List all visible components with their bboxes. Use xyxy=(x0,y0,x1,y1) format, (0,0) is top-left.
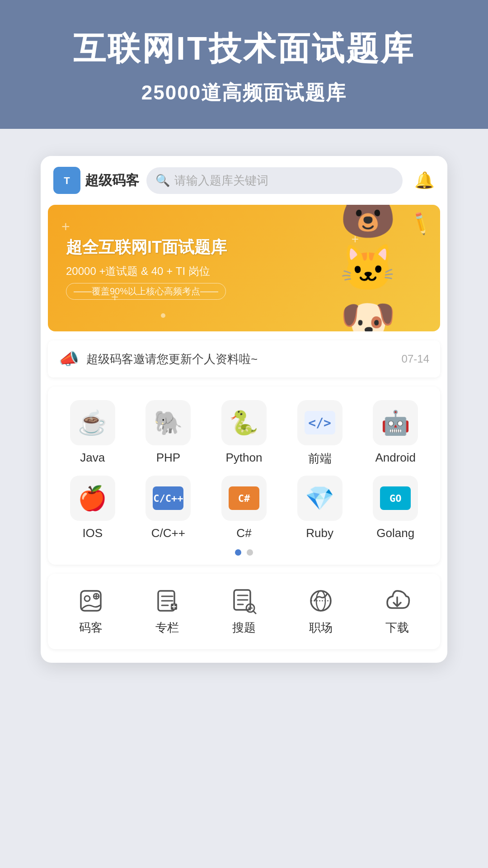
android-icon-box: 🤖 xyxy=(373,400,418,445)
golang-icon: GO xyxy=(380,486,411,510)
menu-zhichang[interactable]: 职场 xyxy=(307,587,334,636)
golang-label: Golang xyxy=(376,526,414,540)
notification-date: 07-14 xyxy=(402,353,429,365)
ios-label: IOS xyxy=(82,526,103,540)
xiazai-label: 下载 xyxy=(385,620,409,636)
menu-souti[interactable]: 搜题 xyxy=(230,587,258,636)
muke-label: 码客 xyxy=(79,620,103,636)
java-icon-box: ☕ xyxy=(70,400,115,445)
zhichang-label: 职场 xyxy=(309,620,333,636)
svg-line-17 xyxy=(253,611,256,613)
category-ruby[interactable]: 💎 Ruby xyxy=(284,476,356,540)
dot-1[interactable] xyxy=(235,549,241,556)
souti-icon xyxy=(230,587,258,614)
java-label: Java xyxy=(80,451,105,465)
category-grid-row1: ☕ Java 🐘 PHP 🐍 Python </> xyxy=(57,400,431,467)
zhuanlan-icon xyxy=(154,587,181,614)
golang-icon-box: GO xyxy=(373,476,418,521)
banner-content: 超全互联网IT面试题库 20000 +道试题 & 40 + TI 岗位 ——覆盖… xyxy=(66,236,314,300)
pagination-dots xyxy=(57,549,431,556)
cpp-icon: C/C++ xyxy=(153,486,183,510)
notification-text: 超级码客邀请您更新个人资料啦~ xyxy=(86,351,394,367)
top-bar: T 超级码客 🔍 请输入题库关键词 🔔 xyxy=(41,156,447,205)
zhichang-icon xyxy=(307,587,334,614)
bottom-menu: 码客 专栏 xyxy=(48,574,440,649)
frontend-icon-box: </> xyxy=(297,400,343,445)
banner-deco1: + xyxy=(61,218,70,235)
header-subtitle: 25000道高频面试题库 xyxy=(18,80,470,106)
cpp-label: C/C++ xyxy=(151,526,185,540)
category-cpp[interactable]: C/C++ C/C++ xyxy=(133,476,204,540)
ruby-label: Ruby xyxy=(306,526,333,540)
category-python[interactable]: 🐍 Python xyxy=(208,400,280,467)
php-icon: 🐘 xyxy=(154,409,183,437)
banner-dot xyxy=(161,313,165,318)
dot-2[interactable] xyxy=(247,549,253,556)
ios-icon: 🍎 xyxy=(78,485,107,512)
banner[interactable]: + + + 超全互联网IT面试题库 20000 +道试题 & 40 + TI 岗… xyxy=(48,205,440,331)
menu-xiazai[interactable]: 下载 xyxy=(384,587,411,636)
header: 互联网IT技术面试题库 25000道高频面试题库 xyxy=(0,0,488,129)
category-golang[interactable]: GO Golang xyxy=(360,476,431,540)
banner-title: 超全互联网IT面试题库 xyxy=(66,236,314,259)
ios-icon-box: 🍎 xyxy=(70,476,115,521)
csharp-icon: C# xyxy=(229,486,259,510)
menu-zhuanlan[interactable]: 专栏 xyxy=(154,587,181,636)
banner-illustration: 🐰🐻🐱🐶🦊 xyxy=(314,205,422,331)
android-icon: 🤖 xyxy=(381,409,410,437)
python-icon-box: 🐍 xyxy=(221,400,267,445)
notification-bar[interactable]: 📣 超级码客邀请您更新个人资料啦~ 07-14 xyxy=(48,340,440,377)
csharp-label: C# xyxy=(236,526,251,540)
souti-label: 搜题 xyxy=(232,620,256,636)
category-android[interactable]: 🤖 Android xyxy=(360,400,431,467)
zhuanlan-label: 专栏 xyxy=(155,620,179,636)
bell-icon[interactable]: 🔔 xyxy=(414,171,435,190)
php-icon-box: 🐘 xyxy=(145,400,191,445)
ruby-icon: 💎 xyxy=(305,485,334,512)
svg-text:T: T xyxy=(64,175,70,186)
banner-animals-icon: 🐰🐻🐱🐶🦊 xyxy=(314,205,422,331)
muke-icon xyxy=(77,587,104,614)
categories-section: ☕ Java 🐘 PHP 🐍 Python </> xyxy=(48,387,440,565)
frontend-icon: </> xyxy=(305,411,335,434)
logo-area: T 超级码客 xyxy=(53,167,139,194)
search-bar[interactable]: 🔍 请输入题库关键词 xyxy=(146,167,403,194)
category-frontend[interactable]: </> 前端 xyxy=(284,400,356,467)
search-icon: 🔍 xyxy=(155,174,170,188)
java-icon: ☕ xyxy=(78,409,107,437)
cpp-icon-box: C/C++ xyxy=(145,476,191,521)
php-label: PHP xyxy=(156,451,180,465)
category-java[interactable]: ☕ Java xyxy=(57,400,128,467)
frontend-label: 前端 xyxy=(308,451,332,467)
python-label: Python xyxy=(226,451,263,465)
xiazai-icon xyxy=(384,587,411,614)
banner-tag: ——覆盖90%以上核心高频考点—— xyxy=(66,283,226,300)
ruby-icon-box: 💎 xyxy=(297,476,343,521)
logo-text: 超级码客 xyxy=(85,171,139,190)
category-php[interactable]: 🐘 PHP xyxy=(133,400,204,467)
category-csharp[interactable]: C# C# xyxy=(208,476,280,540)
notification-icon: 📣 xyxy=(59,349,79,368)
search-placeholder-text: 请输入题库关键词 xyxy=(174,173,268,189)
svg-point-3 xyxy=(84,596,90,601)
category-ios[interactable]: 🍎 IOS xyxy=(57,476,128,540)
header-title: 互联网IT技术面试题库 xyxy=(18,27,470,71)
csharp-icon-box: C# xyxy=(221,476,267,521)
menu-muke[interactable]: 码客 xyxy=(77,587,104,636)
category-grid-row2: 🍎 IOS C/C++ C/C++ C# C# 💎 xyxy=(57,476,431,540)
python-icon: 🐍 xyxy=(229,409,258,437)
app-logo-icon: T xyxy=(53,167,80,194)
android-label: Android xyxy=(375,451,416,465)
banner-subtitle: 20000 +道试题 & 40 + TI 岗位 xyxy=(66,264,314,278)
app-card: T 超级码客 🔍 请输入题库关键词 🔔 + + + 超全互联网IT面试题库 20… xyxy=(41,156,447,663)
